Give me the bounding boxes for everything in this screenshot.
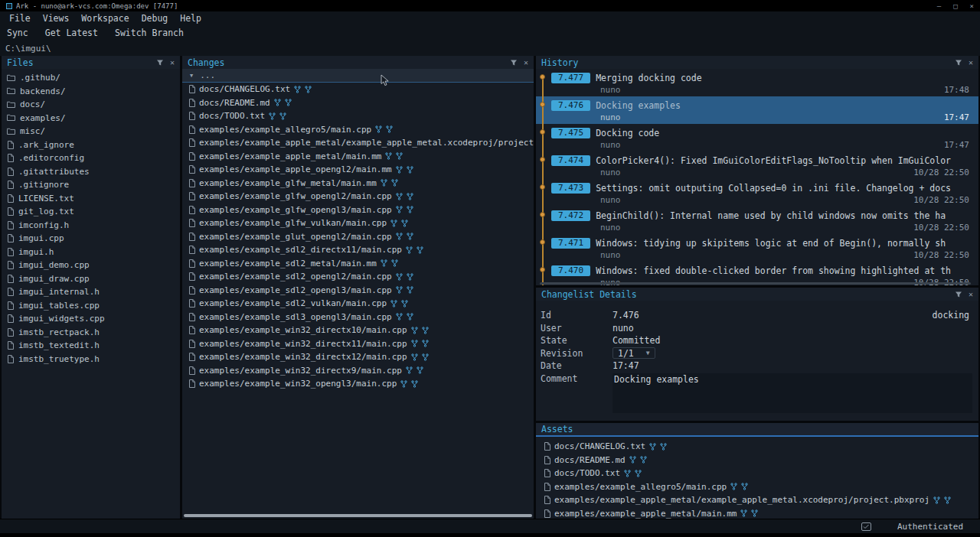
file-item[interactable]: git_log.txt (2, 205, 180, 219)
file-item[interactable]: imgui.cpp (2, 232, 180, 246)
changeset-user: nuno (600, 223, 621, 233)
revision-dropdown[interactable]: 1/1▼ (612, 347, 655, 359)
changes-root-row[interactable]: ▼ ... (182, 69, 534, 83)
change-row[interactable]: examples/example_sdl2_opengl2/main.cpp (182, 270, 534, 284)
change-row[interactable]: examples/example_sdl2_metal/main.mm (182, 257, 534, 271)
field-label: Date (541, 360, 612, 371)
change-row[interactable]: examples/example_glfw_vulkan/main.cpp (182, 216, 534, 230)
folder-item[interactable]: docs/ (2, 98, 180, 112)
history-row[interactable]: 7.477Merging docking codenuno17:48 (536, 69, 978, 96)
menu-workspace[interactable]: Workspace (75, 13, 135, 24)
change-row[interactable]: examples/example_win32_opengl3/main.cpp (182, 377, 534, 391)
history-row[interactable]: 7.475Docking codenuno17:47 (536, 124, 978, 151)
change-row[interactable]: examples/example_apple_opengl2/main.mm (182, 163, 534, 177)
change-row[interactable]: examples/example_apple_metal/example_app… (182, 136, 534, 150)
file-item[interactable]: imstb_rectpack.h (2, 326, 180, 340)
filter-icon[interactable] (510, 59, 518, 67)
changed-status-icon (660, 443, 667, 451)
filter-icon[interactable] (156, 59, 164, 67)
change-row[interactable]: docs/README.md (182, 96, 534, 110)
change-row[interactable]: examples/example_allegro5/main.cpp (182, 123, 534, 137)
history-row[interactable]: 7.471Windows: tidying up skipitems logic… (536, 234, 978, 262)
horizontal-scrollbar[interactable] (540, 282, 971, 285)
change-row[interactable]: examples/example_sdl2_vulkan/main.cpp (182, 297, 534, 311)
file-item[interactable]: .gitattributes (2, 165, 180, 179)
asset-path: docs/TODO.txt (554, 468, 620, 478)
file-item[interactable]: imgui_widgets.cpp (2, 312, 180, 326)
document-icon (188, 125, 195, 134)
branch-graph-line (542, 96, 544, 124)
change-row[interactable]: examples/example_glfw_metal/main.mm (182, 177, 534, 190)
file-item[interactable]: imstb_textedit.h (2, 339, 180, 353)
changed-status-icon (391, 259, 398, 267)
change-row[interactable]: examples/example_sdl3_opengl3/main.cpp (182, 311, 534, 324)
file-item[interactable]: imgui.h (2, 246, 180, 259)
filter-icon[interactable] (955, 59, 962, 67)
change-row[interactable]: examples/example_win32_directx9/main.cpp (182, 364, 534, 378)
asset-row[interactable]: docs/TODO.txt (536, 467, 978, 480)
menu-file[interactable]: File (3, 13, 37, 24)
horizontal-scrollbar[interactable] (184, 514, 532, 517)
branch-graph-dot (540, 157, 545, 162)
folder-item[interactable]: examples/ (2, 112, 180, 125)
document-icon (544, 509, 550, 518)
change-row[interactable]: examples/example_glfw_opengl3/main.cpp (182, 203, 534, 217)
expand-caret-icon[interactable]: ▼ (190, 73, 193, 79)
changed-status-icon (422, 327, 429, 334)
asset-row[interactable]: docs/README.md (536, 454, 978, 467)
file-item[interactable]: imstb_truetype.h (2, 353, 180, 366)
change-row[interactable]: examples/example_win32_directx12/main.cp… (182, 350, 534, 364)
close-icon[interactable]: ✕ (969, 59, 973, 67)
asset-row[interactable]: examples/example_allegro5/main.cpp (536, 480, 978, 494)
file-item[interactable]: .ark_ignore (2, 138, 180, 152)
file-item[interactable]: .gitignore (2, 178, 180, 192)
maximize-button[interactable]: □ (953, 2, 957, 10)
minimize-button[interactable]: – (937, 2, 941, 10)
history-panel-title: History (541, 57, 578, 68)
history-row[interactable]: 7.472BeginChild(): Internal name used by… (536, 207, 978, 234)
changeset-time: 17:48 (944, 85, 969, 95)
history-row[interactable]: 7.473Settings: omit outputing Collapsed=… (536, 179, 978, 207)
change-row[interactable]: examples/example_sdl2_directx11/main.cpp (182, 243, 534, 257)
change-row[interactable]: examples/example_sdl2_opengl3/main.cpp (182, 284, 534, 298)
asset-path: examples/example_apple_metal/main.mm (554, 509, 737, 519)
changeset-time: 10/28 22:50 (913, 168, 969, 177)
change-row[interactable]: docs/CHANGELOG.txt (182, 83, 534, 96)
history-row[interactable]: 7.474ColorPicker4(): Fixed ImGuiColorEdi… (536, 151, 978, 179)
change-row[interactable]: examples/example_win32_directx11/main.cp… (182, 337, 534, 351)
close-button[interactable]: × (970, 2, 974, 10)
filter-icon[interactable] (955, 291, 962, 298)
folder-item[interactable]: backends/ (2, 85, 180, 99)
close-icon[interactable]: ✕ (170, 59, 175, 67)
field-label: State (541, 335, 612, 346)
asset-row[interactable]: examples/example_apple_metal/example_app… (536, 493, 978, 507)
change-row[interactable]: examples/example_glfw_opengl2/main.cpp (182, 190, 534, 203)
file-item[interactable]: imgui_demo.cpp (2, 259, 180, 272)
file-item[interactable]: LICENSE.txt (2, 192, 180, 206)
asset-row[interactable]: docs/CHANGELOG.txt (536, 440, 978, 454)
close-icon[interactable]: ✕ (524, 59, 528, 67)
asset-row[interactable]: examples/example_apple_metal/main.mm (536, 507, 978, 519)
change-row[interactable]: docs/TODO.txt (182, 109, 534, 123)
toolbar-sync[interactable]: Sync (2, 28, 34, 38)
file-item[interactable]: imgui_internal.h (2, 285, 180, 299)
file-item[interactable]: imconfig.h (2, 219, 180, 233)
close-icon[interactable]: ✕ (969, 291, 973, 298)
menu-help[interactable]: Help (174, 13, 207, 24)
change-row[interactable]: examples/example_glut_opengl2/main.cpp (182, 230, 534, 244)
file-item[interactable]: .editorconfig (2, 151, 180, 165)
change-row[interactable]: examples/example_apple_metal/main.mm (182, 150, 534, 164)
folder-item[interactable]: misc/ (2, 125, 180, 138)
file-item[interactable]: imgui_tables.cpp (2, 299, 180, 313)
folder-item[interactable]: .github/ (2, 71, 180, 85)
changed-status-icon (279, 112, 286, 120)
menu-views[interactable]: Views (37, 13, 76, 24)
change-row[interactable]: examples/example_win32_directx10/main.cp… (182, 324, 534, 337)
item-label: git_log.txt (18, 207, 74, 216)
changed-status-icon (386, 125, 393, 133)
file-item[interactable]: imgui_draw.cpp (2, 272, 180, 286)
menu-debug[interactable]: Debug (136, 13, 175, 24)
toolbar-get-latest[interactable]: Get Latest (40, 28, 103, 38)
history-row[interactable]: 7.476Docking examplesnuno17:47 (536, 96, 978, 124)
toolbar-switch-branch[interactable]: Switch Branch (109, 28, 189, 38)
